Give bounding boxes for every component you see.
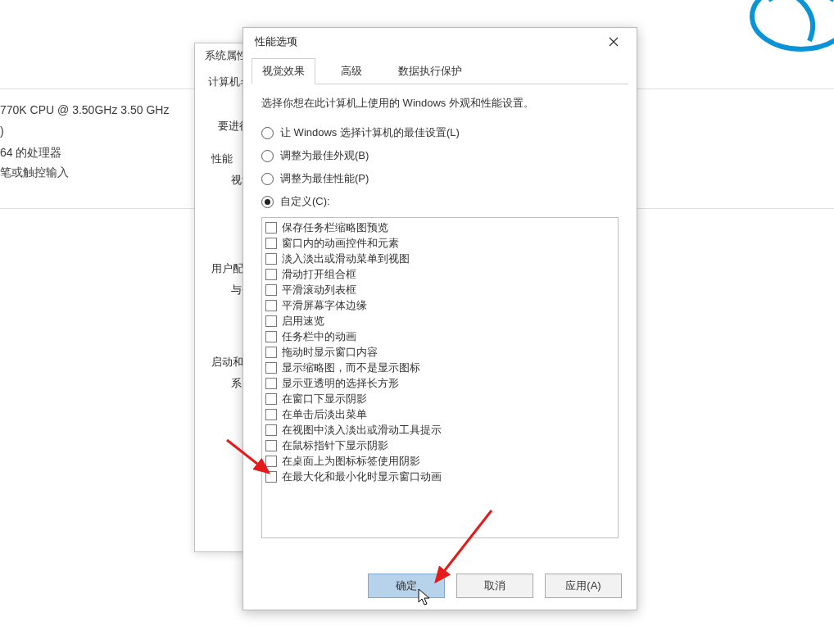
radio-label: 自定义(C): xyxy=(280,194,330,209)
checkbox-icon xyxy=(265,471,277,483)
checkbox-icon xyxy=(265,393,277,405)
option-label: 显示缩略图，而不是显示图标 xyxy=(282,361,420,375)
option-fade-menu-after-click[interactable]: 在单击后淡出菜单 xyxy=(265,406,614,422)
option-desktop-icon-label-shadow[interactable]: 在桌面上为图标标签使用阴影 xyxy=(265,453,614,469)
option-fade-slide-tooltips[interactable]: 在视图中淡入淡出或滑动工具提示 xyxy=(265,422,614,438)
checkbox-icon xyxy=(265,409,277,420)
cpu-info: 770K CPU @ 3.50GHz 3.50 GHz xyxy=(0,103,169,116)
performance-options-dialog: 性能选项 视觉效果 高级 数据执行保护 选择你想在此计算机上使用的 Window… xyxy=(242,27,637,610)
checkbox-icon xyxy=(265,253,277,265)
option-pointer-shadow[interactable]: 在鼠标指针下显示阴影 xyxy=(265,438,614,453)
radio-best-performance[interactable]: 调整为最佳性能(P) xyxy=(261,171,619,186)
touch-info: 笔或触控输入 xyxy=(0,166,69,180)
option-taskbar-thumbnail-preview[interactable]: 保存任务栏缩略图预览 xyxy=(265,220,614,235)
option-smooth-scroll-list[interactable]: 平滑滚动列表框 xyxy=(265,282,614,297)
option-label: 窗口内的动画控件和元素 xyxy=(282,236,399,251)
checkbox-icon xyxy=(265,269,277,280)
radio-icon xyxy=(261,173,274,185)
option-label: 在窗口下显示阴影 xyxy=(282,392,367,406)
option-label: 在单击后淡出菜单 xyxy=(282,407,367,422)
processor-info: 64 的处理器 xyxy=(0,146,61,161)
option-translucent-selection[interactable]: 显示亚透明的选择长方形 xyxy=(265,375,614,391)
radio-label: 让 Windows 选择计算机的最佳设置(L) xyxy=(280,125,460,140)
option-show-window-contents-drag[interactable]: 拖动时显示窗口内容 xyxy=(265,344,614,360)
perf-description: 选择你想在此计算机上使用的 Windows 外观和性能设置。 xyxy=(261,96,619,111)
close-icon xyxy=(609,37,619,47)
option-label: 在鼠标指针下显示阴影 xyxy=(282,438,388,453)
checkbox-icon xyxy=(265,424,277,436)
option-label: 在视图中淡入淡出或滑动工具提示 xyxy=(282,423,442,438)
radio-best-appearance[interactable]: 调整为最佳外观(B) xyxy=(261,148,619,163)
option-window-shadow[interactable]: 在窗口下显示阴影 xyxy=(265,391,614,406)
option-animate-min-max[interactable]: 在最大化和最小化时显示窗口动画 xyxy=(265,469,614,484)
radio-icon xyxy=(261,127,274,139)
checkbox-icon xyxy=(265,284,277,296)
option-show-thumbnails[interactable]: 显示缩略图，而不是显示图标 xyxy=(265,360,614,375)
option-label: 显示亚透明的选择长方形 xyxy=(282,376,399,391)
checkbox-icon xyxy=(265,222,277,234)
tab-dep[interactable]: 数据执行保护 xyxy=(388,58,473,84)
checkbox-icon xyxy=(265,315,277,327)
ok-button[interactable]: 确定 xyxy=(368,574,445,598)
option-fade-slide-menus[interactable]: 淡入淡出或滑动菜单到视图 xyxy=(265,251,614,266)
checkbox-icon xyxy=(265,347,277,358)
option-label: 启用速览 xyxy=(282,314,324,329)
option-label: 平滑屏幕字体边缘 xyxy=(282,298,367,313)
option-label: 拖动时显示窗口内容 xyxy=(282,345,378,360)
checkbox-icon xyxy=(265,378,277,389)
apply-button[interactable]: 应用(A) xyxy=(545,574,622,598)
radio-icon xyxy=(261,150,274,162)
option-smooth-font-edges[interactable]: 平滑屏幕字体边缘 xyxy=(265,297,614,313)
radio-label: 调整为最佳性能(P) xyxy=(280,171,369,186)
radio-custom[interactable]: 自定义(C): xyxy=(261,194,619,209)
perf-dialog-title: 性能选项 xyxy=(255,34,297,49)
radio-label: 调整为最佳外观(B) xyxy=(280,148,369,163)
option-enable-peek[interactable]: 启用速览 xyxy=(265,313,614,329)
option-taskbar-animations[interactable]: 任务栏中的动画 xyxy=(265,329,614,344)
svg-point-0 xyxy=(752,0,834,49)
option-slide-open-combo[interactable]: 滑动打开组合框 xyxy=(265,266,614,282)
visual-effects-listbox[interactable]: 保存任务栏缩略图预览 窗口内的动画控件和元素 淡入淡出或滑动菜单到视图 滑动打开… xyxy=(261,217,619,538)
checkbox-icon xyxy=(265,440,277,451)
tab-advanced[interactable]: 高级 xyxy=(330,58,373,84)
option-label: 在桌面上为图标标签使用阴影 xyxy=(282,454,420,469)
option-label: 任务栏中的动画 xyxy=(282,329,356,344)
option-animate-controls[interactable]: 窗口内的动画控件和元素 xyxy=(265,235,614,251)
checkbox-icon xyxy=(265,362,277,374)
checkbox-icon xyxy=(265,300,277,311)
checkbox-icon xyxy=(265,456,277,467)
checkbox-icon xyxy=(265,238,277,249)
close-button[interactable] xyxy=(597,30,630,53)
option-label: 在最大化和最小化时显示窗口动画 xyxy=(282,469,442,484)
perf-tabstrip: 视觉效果 高级 数据执行保护 xyxy=(252,59,628,84)
cancel-button[interactable]: 取消 xyxy=(456,574,533,598)
option-label: 滑动打开组合框 xyxy=(282,267,356,282)
option-label: 淡入淡出或滑动菜单到视图 xyxy=(282,252,410,266)
radio-icon xyxy=(261,196,274,208)
option-label: 平滑滚动列表框 xyxy=(282,283,356,297)
tab-visual-effects[interactable]: 视觉效果 xyxy=(252,58,315,84)
radio-let-windows-choose[interactable]: 让 Windows 选择计算机的最佳设置(L) xyxy=(261,125,619,140)
option-label: 保存任务栏缩略图预览 xyxy=(282,220,388,235)
ie-logo-icon xyxy=(744,0,834,57)
checkbox-icon xyxy=(265,331,277,342)
